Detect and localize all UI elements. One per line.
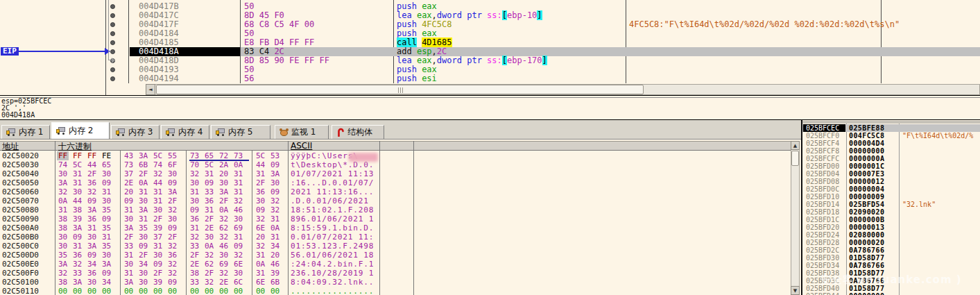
disasm-bytes[interactable]: 68 C8 C5 4F 00 [244, 20, 314, 29]
dump-byte[interactable]: 30 [139, 233, 148, 242]
dump-byte[interactable]: 30 [139, 278, 148, 287]
stack-value[interactable]: 00000000 [849, 147, 884, 155]
dump-byte[interactable]: 30 [234, 269, 243, 278]
stack-value[interactable]: 025BFE88 [849, 124, 884, 132]
dump-byte[interactable]: 34 [87, 260, 96, 269]
dump-address[interactable]: 02C50040 [2, 169, 39, 178]
dump-byte[interactable]: 2F [87, 169, 96, 178]
dump-byte[interactable]: 32 [168, 205, 177, 214]
dump-byte[interactable]: 30 [102, 196, 111, 205]
dump-byte[interactable]: 00 [190, 287, 199, 295]
dump-address[interactable]: 02C50100 [2, 278, 39, 287]
stack-value[interactable]: 01D58D77 [849, 254, 884, 262]
dump-byte[interactable]: 30 [190, 178, 199, 187]
dump-byte[interactable]: 32 [234, 251, 243, 260]
dump-address[interactable]: 02C500E0 [2, 260, 39, 269]
dump-byte[interactable]: 31 [256, 169, 265, 178]
dump-byte[interactable]: 38 [58, 224, 67, 233]
dump-byte[interactable]: 31 [190, 187, 199, 196]
dump-byte[interactable]: 5C [205, 160, 214, 169]
scroll-down-button[interactable]: ▼ [791, 286, 800, 295]
dump-byte[interactable]: 00 [124, 287, 133, 295]
dump-byte[interactable]: 32 [168, 260, 177, 269]
dump-byte[interactable]: 32 [270, 205, 280, 214]
dump-byte[interactable]: 73 [234, 151, 243, 160]
stack-address[interactable]: 025BFD20 [806, 224, 839, 231]
dump-byte[interactable]: 20 [219, 169, 228, 178]
dump-byte[interactable]: 46 [234, 205, 243, 214]
dump-byte[interactable]: 6E [256, 224, 265, 233]
dump-byte[interactable]: 32 [58, 269, 67, 278]
stack-address[interactable]: 025BFD1C [806, 216, 839, 224]
stack-value[interactable]: 000007E3 [849, 170, 884, 178]
dump-byte[interactable]: 09 [73, 233, 82, 242]
dump-byte[interactable]: 32 [87, 187, 96, 196]
stack-address[interactable]: 025BFD24 [806, 231, 839, 239]
tab-memory-3[interactable]: 内存 3 [111, 125, 160, 139]
dump-byte[interactable]: 20 [256, 233, 265, 242]
dump-byte[interactable]: 44 [256, 160, 265, 169]
breakpoint-dot[interactable] [110, 13, 115, 18]
dump-byte[interactable]: 55 [168, 151, 177, 160]
stack-address[interactable]: 025BFCF8 [806, 147, 839, 155]
stack-address[interactable]: 025BFD28 [806, 239, 839, 246]
dump-byte[interactable]: 36 [168, 251, 177, 260]
dump-byte[interactable]: 31 [139, 187, 148, 196]
disasm-instruction[interactable]: push esi [397, 74, 437, 83]
dump-byte[interactable]: 32 [256, 214, 265, 224]
dump-byte[interactable]: 3A [168, 187, 177, 196]
dump-byte[interactable]: 32 [168, 269, 177, 278]
dump-byte[interactable]: 31 [124, 205, 133, 214]
dump-byte[interactable]: 35 [139, 224, 148, 233]
dump-byte[interactable]: 09 [270, 160, 280, 169]
dump-byte[interactable]: FF [73, 151, 82, 160]
dump-byte[interactable]: 38 [73, 205, 82, 214]
dump-byte[interactable]: 32 [219, 233, 228, 242]
stack-address[interactable]: 025BFD0C [806, 185, 839, 193]
dump-byte[interactable]: 5C [256, 151, 265, 160]
dump-byte[interactable]: 00 [153, 287, 162, 295]
dump-byte[interactable]: 34 [139, 260, 148, 269]
dump-ascii[interactable]: 896.01/06/2021 1 [291, 214, 374, 224]
dump-byte[interactable]: 3A [102, 260, 111, 269]
dump-byte[interactable]: 30 [219, 251, 228, 260]
stack-address[interactable]: 025BFCF4 [806, 140, 839, 147]
dump-byte[interactable]: 30 [168, 214, 177, 224]
dump-ascii[interactable]: .D.0.01/06/2021 [291, 196, 374, 205]
dump-byte[interactable]: 3A [58, 178, 67, 187]
dump-byte[interactable]: 30 [139, 196, 148, 205]
dump-byte[interactable]: 2A [219, 160, 228, 169]
dump-byte[interactable]: 73 [190, 151, 199, 160]
dump-byte[interactable]: 31 [153, 196, 162, 205]
stack-address[interactable]: 025BFD04 [806, 170, 839, 178]
dump-ascii[interactable]: 01/07/2021 11:13 [291, 169, 374, 178]
dump-ascii[interactable]: 8:15:59.1.bin.D. [291, 224, 374, 233]
dump-byte[interactable]: 0A [58, 196, 67, 205]
dump-byte[interactable]: 31 [234, 187, 243, 196]
dump-byte[interactable]: 2E [219, 278, 228, 287]
dump-byte[interactable]: 72 [219, 151, 228, 160]
dump-byte[interactable]: 32 [73, 260, 82, 269]
dump-byte[interactable]: 31 [190, 224, 199, 233]
tab-watch[interactable]: 监视 1 [275, 125, 329, 139]
dump-byte[interactable]: 65 [102, 160, 111, 169]
dump-byte[interactable]: 00 [102, 287, 111, 295]
stack-address[interactable]: 025BFD08 [806, 178, 839, 185]
dump-ascii[interactable]: 236.10/28/2019 1 [291, 269, 374, 278]
dump-byte[interactable]: 39 [153, 278, 162, 287]
dump-byte[interactable]: 38 [190, 269, 199, 278]
dump-byte[interactable]: 30 [58, 233, 67, 242]
dump-byte[interactable]: 30 [124, 214, 133, 224]
stack-address[interactable]: 025BFD2C [806, 246, 839, 254]
dump-byte[interactable]: 2F [153, 269, 162, 278]
dump-byte[interactable]: 6C [234, 278, 243, 287]
dump-byte[interactable]: 6E [256, 278, 265, 287]
dump-byte[interactable]: 00 [270, 287, 280, 295]
dump-byte[interactable]: 36 [87, 269, 96, 278]
dump-byte[interactable]: 2F [139, 169, 148, 178]
dump-byte[interactable]: 31 [256, 269, 265, 278]
dump-byte[interactable]: 33 [73, 269, 82, 278]
dump-ascii[interactable]: 18:51:02.1.F.208 [291, 205, 374, 214]
dump-byte[interactable]: 00 [139, 287, 148, 295]
dump-byte[interactable]: 00 [73, 287, 82, 295]
